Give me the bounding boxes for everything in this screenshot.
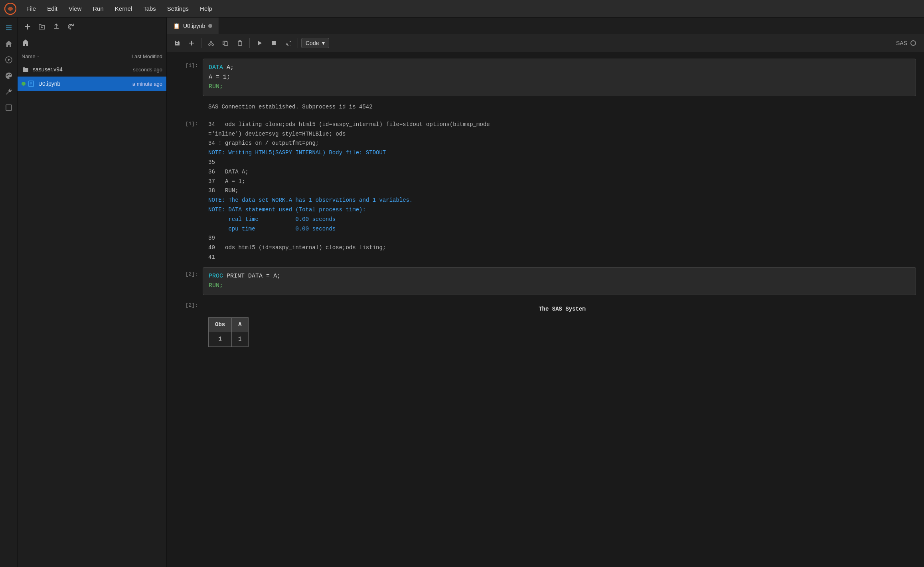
toolbar-separator-3 bbox=[298, 38, 298, 48]
svg-rect-6 bbox=[224, 42, 228, 45]
menu-view[interactable]: View bbox=[63, 3, 87, 14]
stop-button[interactable] bbox=[267, 37, 280, 49]
svg-rect-7 bbox=[238, 41, 242, 45]
kernel-name-label: SAS bbox=[896, 40, 907, 46]
new-file-button[interactable] bbox=[22, 21, 34, 33]
svg-point-4 bbox=[209, 44, 210, 45]
refresh-button[interactable] bbox=[65, 21, 77, 33]
cell-1-out-prompt-log: [1]: bbox=[175, 117, 203, 264]
svg-rect-8 bbox=[272, 41, 276, 45]
cell-1-log-output: 34 ods listing close;ods html5 (id=saspy… bbox=[203, 117, 916, 264]
file-panel-nav bbox=[18, 36, 166, 51]
sas-output-title: The SAS System bbox=[208, 305, 916, 314]
tab-modified-indicator bbox=[208, 24, 212, 28]
cell-1-connection-output: SAS Connection established. Subprocess i… bbox=[203, 99, 916, 114]
tab-bar: 📋 U0.ipynb bbox=[167, 18, 924, 34]
copy-button[interactable] bbox=[219, 37, 232, 49]
square-sidebar-icon[interactable] bbox=[2, 100, 16, 115]
table-header-a: A bbox=[232, 317, 248, 332]
svg-rect-2 bbox=[6, 105, 12, 110]
sas-data-table: Obs A 1 1 bbox=[208, 317, 249, 347]
menu-settings[interactable]: Settings bbox=[162, 3, 194, 14]
file-browser-panel: Name ↑ Last Modified sasuser.v94 seconds… bbox=[18, 18, 167, 567]
running-dot-icon bbox=[22, 82, 26, 86]
cell-1-in-prompt: [1]: bbox=[175, 59, 203, 96]
menu-kernel[interactable]: Kernel bbox=[109, 3, 138, 14]
home-nav-button[interactable] bbox=[22, 39, 30, 49]
menu-help[interactable]: Help bbox=[194, 3, 218, 14]
run-sidebar-icon[interactable] bbox=[2, 53, 16, 67]
new-folder-button[interactable] bbox=[36, 21, 48, 33]
toolbar-separator-2 bbox=[249, 38, 250, 48]
upload-button[interactable] bbox=[50, 21, 62, 33]
notebook-toolbar: Code ▾ SAS bbox=[167, 34, 924, 52]
cell-1-input[interactable]: DATA A; A = 1; RUN; bbox=[203, 59, 916, 96]
wrench-sidebar-icon[interactable] bbox=[2, 85, 16, 99]
cell-1-out-prompt-conn bbox=[175, 99, 203, 114]
tab-label: U0.ipynb bbox=[183, 23, 205, 29]
save-button[interactable] bbox=[171, 37, 184, 49]
table-cell-a: 1 bbox=[232, 332, 248, 347]
file-item-name-selected: U0.ipynb bbox=[38, 81, 103, 87]
cell-2-input[interactable]: PROC PRINT DATA = A; RUN; bbox=[203, 267, 916, 295]
icon-sidebar bbox=[0, 18, 18, 567]
table-row: 1 1 bbox=[209, 332, 249, 347]
home-sidebar-icon[interactable] bbox=[2, 37, 16, 51]
folder-item-icon bbox=[22, 65, 30, 73]
file-item-notebook[interactable]: U0.ipynb a minute ago bbox=[18, 77, 166, 91]
kernel-status-circle bbox=[910, 40, 916, 46]
sort-arrow-icon: ↑ bbox=[37, 54, 39, 59]
notebook-tab[interactable]: 📋 U0.ipynb bbox=[167, 18, 219, 34]
add-cell-button[interactable] bbox=[185, 37, 198, 49]
table-cell-obs: 1 bbox=[209, 332, 232, 347]
toolbar-separator-1 bbox=[201, 38, 201, 48]
modified-column-header[interactable]: Last Modified bbox=[103, 53, 162, 59]
notebook-item-icon bbox=[27, 80, 35, 88]
menu-run[interactable]: Run bbox=[87, 3, 109, 14]
file-item-time-selected: a minute ago bbox=[103, 81, 162, 87]
paste-button[interactable] bbox=[233, 37, 246, 49]
cell-2-out-prompt: [2]: bbox=[175, 298, 203, 352]
restart-button[interactable] bbox=[282, 37, 294, 49]
cell-1-connection-wrapper: SAS Connection established. Subprocess i… bbox=[167, 99, 924, 114]
dropdown-arrow-icon: ▾ bbox=[322, 40, 325, 46]
menu-edit[interactable]: Edit bbox=[41, 3, 63, 14]
file-list-header: Name ↑ Last Modified bbox=[18, 51, 166, 62]
kernel-indicator: SAS bbox=[892, 40, 920, 46]
notebook-area: 📋 U0.ipynb bbox=[167, 18, 924, 567]
menubar: File Edit View Run Kernel Tabs Settings … bbox=[0, 0, 924, 18]
run-button[interactable] bbox=[253, 37, 266, 49]
menu-tabs[interactable]: Tabs bbox=[138, 3, 162, 14]
notebook-content: [1]: DATA A; A = 1; RUN; SAS Connection … bbox=[167, 52, 924, 567]
cell-type-dropdown[interactable]: Code ▾ bbox=[301, 38, 329, 48]
cut-button[interactable] bbox=[205, 37, 217, 49]
cell-2-output-wrapper: [2]: The SAS System Obs A bbox=[167, 298, 924, 352]
svg-point-5 bbox=[212, 44, 213, 45]
file-panel-toolbar bbox=[18, 18, 166, 36]
cell-type-label: Code bbox=[306, 40, 319, 46]
table-header-obs: Obs bbox=[209, 317, 232, 332]
cell-2-input-wrapper: [2]: PROC PRINT DATA = A; RUN; bbox=[167, 267, 924, 295]
cell-1-input-wrapper: [1]: DATA A; A = 1; RUN; bbox=[167, 59, 924, 96]
app-logo bbox=[3, 2, 18, 16]
file-item-sasuser[interactable]: sasuser.v94 seconds ago bbox=[18, 62, 166, 77]
name-column-header[interactable]: Name ↑ bbox=[22, 53, 103, 59]
files-sidebar-icon[interactable] bbox=[2, 21, 16, 35]
cell-2-table-output: The SAS System Obs A 1 bbox=[203, 298, 916, 352]
file-list: sasuser.v94 seconds ago U0.ipynb a minut… bbox=[18, 62, 166, 567]
tab-notebook-icon: 📋 bbox=[173, 23, 180, 29]
file-item-name: sasuser.v94 bbox=[33, 66, 103, 73]
palette-sidebar-icon[interactable] bbox=[2, 69, 16, 83]
cell-1-log-wrapper: [1]: 34 ods listing close;ods html5 (id=… bbox=[167, 117, 924, 264]
menu-file[interactable]: File bbox=[21, 3, 41, 14]
file-item-time: seconds ago bbox=[103, 67, 162, 73]
sas-output-table: The SAS System Obs A 1 bbox=[208, 305, 916, 347]
cell-2-in-prompt: [2]: bbox=[175, 267, 203, 295]
